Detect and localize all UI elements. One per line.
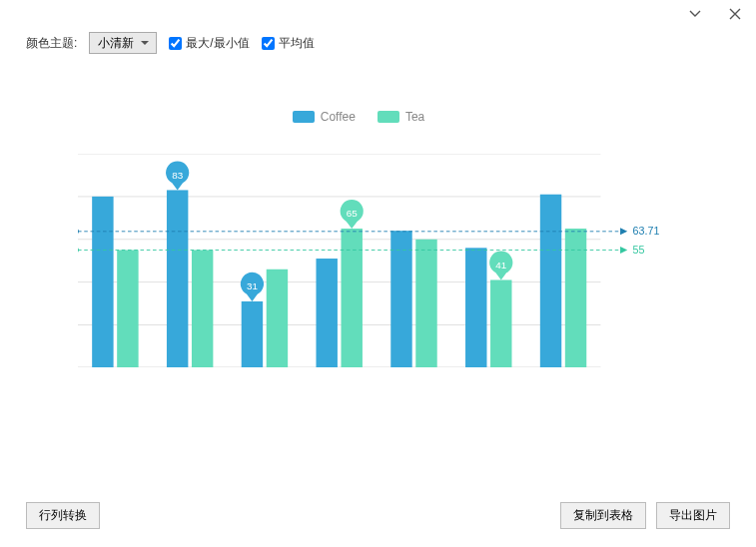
svg-rect-22 [316, 259, 337, 367]
svg-point-35 [78, 229, 79, 234]
svg-text:31: 31 [247, 280, 258, 291]
svg-text:65: 65 [347, 208, 358, 219]
svg-rect-28 [465, 248, 486, 367]
theme-label: 颜色主题: [26, 35, 77, 52]
svg-text:83: 83 [172, 170, 183, 181]
svg-rect-16 [167, 190, 188, 367]
copy-to-table-button[interactable]: 复制到表格 [560, 502, 646, 529]
svg-rect-32 [565, 229, 586, 367]
chart-area: Coffee Tea 020406080100MonTueWedThuFriSa… [54, 110, 663, 419]
svg-rect-26 [415, 240, 436, 368]
chevron-down-icon[interactable] [682, 1, 708, 27]
svg-rect-13 [92, 197, 113, 367]
legend-item-coffee[interactable]: Coffee [293, 110, 356, 124]
svg-rect-19 [242, 301, 263, 367]
svg-point-38 [78, 248, 79, 253]
svg-rect-29 [490, 279, 511, 367]
theme-select[interactable]: 小清新 [89, 32, 157, 54]
avg-checkbox[interactable]: 平均值 [262, 35, 315, 52]
legend-item-tea[interactable]: Tea [378, 110, 424, 124]
svg-rect-25 [390, 231, 411, 367]
close-icon[interactable] [722, 1, 748, 27]
export-image-button[interactable]: 导出图片 [656, 502, 730, 529]
maxmin-checkbox[interactable]: 最大/最小值 [169, 35, 249, 52]
svg-rect-31 [540, 195, 561, 368]
swap-rows-cols-button[interactable]: 行列转换 [26, 502, 100, 529]
chart-plot: 020406080100MonTueWedThuFriSatSun63.7155… [78, 154, 663, 367]
svg-text:63.71: 63.71 [633, 225, 660, 237]
svg-rect-20 [267, 270, 288, 368]
svg-rect-17 [192, 250, 213, 367]
svg-text:41: 41 [495, 260, 506, 271]
svg-rect-14 [117, 250, 138, 367]
svg-rect-23 [342, 229, 363, 367]
svg-text:55: 55 [633, 244, 645, 256]
legend: Coffee Tea [54, 110, 663, 124]
